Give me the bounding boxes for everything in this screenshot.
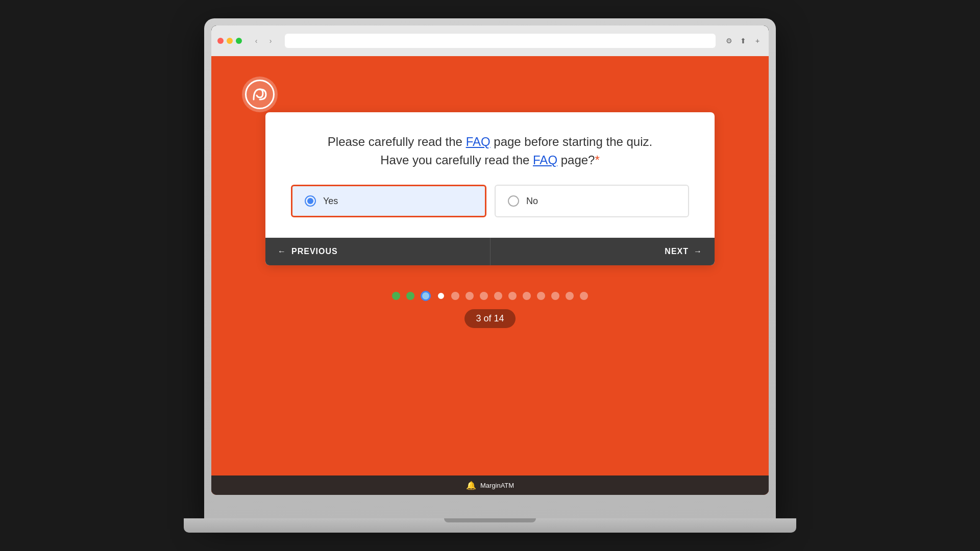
question-text: Please carefully read the FAQ page befor… bbox=[291, 133, 689, 169]
quiz-navigation: ← PREVIOUS NEXT → bbox=[265, 238, 715, 265]
progress-dot-4[interactable] bbox=[437, 292, 445, 300]
page-content: Please carefully read the FAQ page befor… bbox=[211, 56, 769, 495]
options-row: Yes No bbox=[291, 185, 689, 217]
taskbar-app-name: MarginATM bbox=[480, 482, 514, 489]
progress-dot-7[interactable] bbox=[480, 292, 488, 300]
logo-icon bbox=[245, 80, 275, 109]
screen-bezel: ‹ › ⚙ ⬆ + bbox=[211, 26, 769, 495]
progress-dot-1[interactable] bbox=[392, 292, 400, 300]
minimize-button[interactable] bbox=[227, 38, 233, 44]
progress-dot-3[interactable] bbox=[421, 291, 431, 301]
progress-dot-10[interactable] bbox=[523, 292, 531, 300]
close-button[interactable] bbox=[217, 38, 224, 44]
taskbar-app-icon: 🔔 bbox=[466, 481, 476, 490]
arrow-left-icon: ← bbox=[278, 247, 286, 256]
browser-chrome: ‹ › ⚙ ⬆ + bbox=[211, 26, 769, 56]
instruction-prefix: Please carefully read the bbox=[328, 135, 466, 148]
settings-icon[interactable]: ⚙ bbox=[724, 36, 734, 46]
browser-actions: ⚙ ⬆ + bbox=[724, 36, 763, 46]
quiz-body: Please carefully read the FAQ page befor… bbox=[265, 112, 715, 238]
option-yes-label: Yes bbox=[323, 196, 338, 207]
previous-label: PREVIOUS bbox=[291, 247, 338, 256]
next-label: NEXT bbox=[665, 247, 689, 256]
progress-dot-5[interactable] bbox=[451, 292, 459, 300]
laptop-bottom bbox=[184, 518, 796, 533]
progress-dot-12[interactable] bbox=[551, 292, 559, 300]
radio-yes-dot bbox=[307, 198, 313, 204]
logo-container bbox=[242, 77, 278, 112]
traffic-lights bbox=[217, 38, 242, 44]
progress-dot-13[interactable] bbox=[566, 292, 574, 300]
previous-button[interactable]: ← PREVIOUS bbox=[265, 238, 491, 265]
next-button[interactable]: NEXT → bbox=[491, 238, 715, 265]
radio-yes bbox=[305, 195, 316, 207]
quiz-card: Please carefully read the FAQ page befor… bbox=[265, 112, 715, 265]
add-tab-icon[interactable]: + bbox=[752, 36, 763, 46]
progress-dot-2[interactable] bbox=[406, 292, 414, 300]
progress-dot-6[interactable] bbox=[465, 292, 474, 300]
back-button[interactable]: ‹ bbox=[250, 35, 262, 47]
instruction-suffix: page before starting the quiz. bbox=[491, 135, 653, 148]
page-indicator: 3 of 14 bbox=[464, 309, 515, 328]
question-prefix: Have you carefully read the bbox=[380, 153, 533, 167]
taskbar: 🔔 MarginATM bbox=[211, 475, 769, 495]
forward-button[interactable]: › bbox=[264, 35, 277, 47]
option-yes[interactable]: Yes bbox=[291, 185, 486, 217]
address-bar[interactable] bbox=[285, 34, 716, 48]
browser-nav-buttons: ‹ › bbox=[250, 35, 277, 47]
option-no-label: No bbox=[526, 196, 538, 207]
progress-dot-9[interactable] bbox=[508, 292, 517, 300]
maximize-button[interactable] bbox=[236, 38, 242, 44]
faq-link-1[interactable]: FAQ bbox=[466, 135, 491, 148]
required-star: * bbox=[595, 153, 599, 167]
logo-circle bbox=[242, 77, 278, 112]
progress-dot-14[interactable] bbox=[580, 292, 588, 300]
progress-dot-11[interactable] bbox=[537, 292, 545, 300]
faq-link-2[interactable]: FAQ bbox=[533, 153, 557, 167]
laptop-frame: ‹ › ⚙ ⬆ + bbox=[204, 18, 776, 518]
progress-dot-8[interactable] bbox=[494, 292, 502, 300]
progress-dots bbox=[392, 291, 588, 301]
radio-no bbox=[508, 195, 519, 207]
laptop-notch bbox=[444, 518, 536, 522]
option-no[interactable]: No bbox=[495, 185, 689, 217]
share-icon[interactable]: ⬆ bbox=[738, 36, 748, 46]
question-suffix: page? bbox=[557, 153, 595, 167]
arrow-right-icon: → bbox=[694, 247, 702, 256]
